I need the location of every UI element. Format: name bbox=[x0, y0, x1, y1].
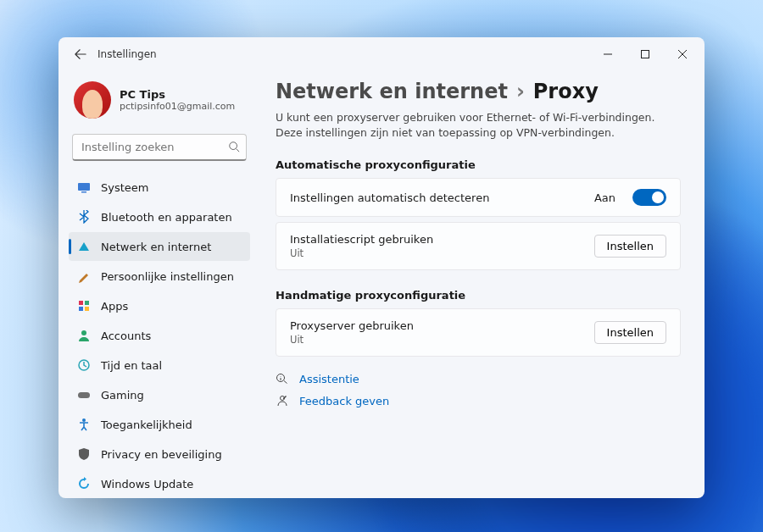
arrow-left-icon bbox=[75, 48, 86, 60]
wifi-icon bbox=[77, 240, 91, 253]
svg-rect-4 bbox=[79, 301, 83, 305]
breadcrumb: Netwerk en internet › Proxy bbox=[276, 80, 681, 103]
setup-script-label: Installatiescript gebruiken bbox=[290, 233, 581, 246]
window-controls bbox=[589, 41, 701, 68]
maximize-icon bbox=[641, 50, 649, 58]
svg-point-8 bbox=[81, 330, 86, 335]
sidebar-item-label: Gaming bbox=[101, 389, 144, 402]
update-icon bbox=[77, 477, 91, 490]
section-auto-title: Automatische proxyconfiguratie bbox=[276, 158, 681, 171]
profile-email: pctipsinfo01@gmail.com bbox=[120, 101, 235, 112]
back-button[interactable] bbox=[70, 44, 91, 64]
maximize-button[interactable] bbox=[627, 41, 664, 68]
sidebar-item-label: Persoonlijke instellingen bbox=[101, 270, 234, 283]
close-icon bbox=[678, 50, 687, 58]
search-input[interactable] bbox=[72, 134, 247, 161]
auto-detect-label: Instellingen automatisch detecteren bbox=[290, 191, 581, 204]
manual-proxy-status: Uit bbox=[290, 334, 581, 346]
manual-proxy-label: Proxyserver gebruiken bbox=[290, 319, 581, 332]
sidebar-item-accounts[interactable]: Accounts bbox=[69, 321, 250, 350]
sidebar-item-label: Netwerk en internet bbox=[101, 241, 211, 253]
feedback-icon bbox=[276, 394, 289, 407]
sidebar-item-label: Privacy en beveiliging bbox=[101, 448, 222, 461]
minimize-icon bbox=[604, 50, 612, 58]
sidebar-item-tijd-en-taal[interactable]: Tijd en taal bbox=[69, 351, 250, 380]
setup-script-card: Installatiescript gebruiken Uit Instelle… bbox=[276, 222, 681, 270]
sidebar-item-systeem[interactable]: Systeem bbox=[69, 173, 250, 202]
breadcrumb-parent[interactable]: Netwerk en internet bbox=[276, 80, 508, 103]
avatar bbox=[74, 81, 111, 119]
shield-icon bbox=[77, 447, 91, 461]
page-description: U kunt een proxyserver gebruiken voor Et… bbox=[276, 110, 681, 140]
clock-icon bbox=[77, 358, 91, 372]
apps-icon bbox=[77, 299, 91, 313]
section-manual-title: Handmatige proxyconfiguratie bbox=[276, 289, 681, 302]
sidebar-item-bluetooth-en-apparaten[interactable]: Bluetooth en apparaten bbox=[69, 202, 250, 231]
help-link[interactable]: Assistentie bbox=[276, 372, 681, 385]
search-icon bbox=[228, 140, 240, 156]
sidebar-item-label: Windows Update bbox=[101, 478, 193, 490]
svg-rect-6 bbox=[79, 307, 83, 311]
sidebar-item-label: Accounts bbox=[101, 330, 151, 342]
minimize-button[interactable] bbox=[589, 41, 627, 68]
manual-proxy-card: Proxyserver gebruiken Uit Instellen bbox=[276, 308, 681, 357]
display-icon bbox=[77, 180, 91, 194]
auto-detect-card: Instellingen automatisch detecteren Aan bbox=[276, 178, 681, 217]
svg-rect-5 bbox=[85, 301, 89, 305]
sidebar-item-windows-update[interactable]: Windows Update bbox=[69, 469, 250, 498]
breadcrumb-current: Proxy bbox=[533, 80, 599, 103]
sidebar-item-privacy-en-beveiliging[interactable]: Privacy en beveiliging bbox=[69, 440, 250, 468]
feedback-link-label: Feedback geven bbox=[299, 395, 389, 407]
svg-rect-7 bbox=[85, 307, 89, 311]
gamepad-icon bbox=[77, 388, 91, 402]
titlebar: Instellingen bbox=[58, 37, 705, 71]
settings-window: Instellingen PC Tips pctipsinfo01@gmail.… bbox=[58, 37, 705, 498]
sidebar-item-persoonlijke-instellingen[interactable]: Persoonlijke instellingen bbox=[69, 262, 250, 291]
sidebar-nav: SysteemBluetooth en apparatenNetwerk en … bbox=[69, 173, 250, 498]
auto-detect-toggle[interactable] bbox=[632, 189, 666, 206]
svg-point-11 bbox=[82, 418, 86, 422]
setup-script-button[interactable]: Instellen bbox=[594, 235, 666, 258]
svg-rect-10 bbox=[78, 392, 90, 398]
window-title: Instellingen bbox=[97, 48, 157, 60]
svg-rect-0 bbox=[642, 51, 649, 58]
feedback-link[interactable]: Feedback geven bbox=[276, 394, 681, 407]
setup-script-status: Uit bbox=[290, 247, 581, 259]
svg-point-1 bbox=[230, 142, 237, 150]
chevron-right-icon: › bbox=[516, 80, 525, 103]
help-icon bbox=[276, 372, 289, 385]
sidebar-item-label: Bluetooth en apparaten bbox=[101, 211, 232, 224]
accessibility-icon bbox=[77, 418, 91, 431]
sidebar-item-label: Toegankelijkheid bbox=[101, 418, 192, 431]
sidebar-item-netwerk-en-internet[interactable]: Netwerk en internet bbox=[69, 232, 250, 261]
main-content: Netwerk en internet › Proxy U kunt een p… bbox=[259, 71, 705, 498]
auto-detect-state: Aan bbox=[594, 191, 615, 204]
sidebar-item-toegankelijkheid[interactable]: Toegankelijkheid bbox=[69, 410, 250, 439]
footer-links: Assistentie Feedback geven bbox=[276, 372, 681, 407]
svg-rect-3 bbox=[81, 191, 86, 193]
svg-rect-2 bbox=[78, 183, 90, 191]
sidebar-item-label: Systeem bbox=[101, 181, 148, 194]
search-box bbox=[72, 134, 247, 161]
brush-icon bbox=[77, 269, 91, 283]
profile-block[interactable]: PC Tips pctipsinfo01@gmail.com bbox=[69, 75, 250, 129]
close-button[interactable] bbox=[664, 41, 701, 68]
profile-name: PC Tips bbox=[120, 88, 235, 101]
person-icon bbox=[77, 329, 91, 342]
sidebar-item-apps[interactable]: Apps bbox=[69, 291, 250, 320]
sidebar-item-label: Tijd en taal bbox=[101, 359, 162, 372]
bluetooth-icon bbox=[77, 210, 91, 224]
help-link-label: Assistentie bbox=[299, 373, 359, 385]
sidebar: PC Tips pctipsinfo01@gmail.com SysteemBl… bbox=[58, 71, 259, 498]
sidebar-item-gaming[interactable]: Gaming bbox=[69, 380, 250, 409]
sidebar-item-label: Apps bbox=[101, 300, 128, 313]
manual-proxy-button[interactable]: Instellen bbox=[594, 321, 666, 344]
